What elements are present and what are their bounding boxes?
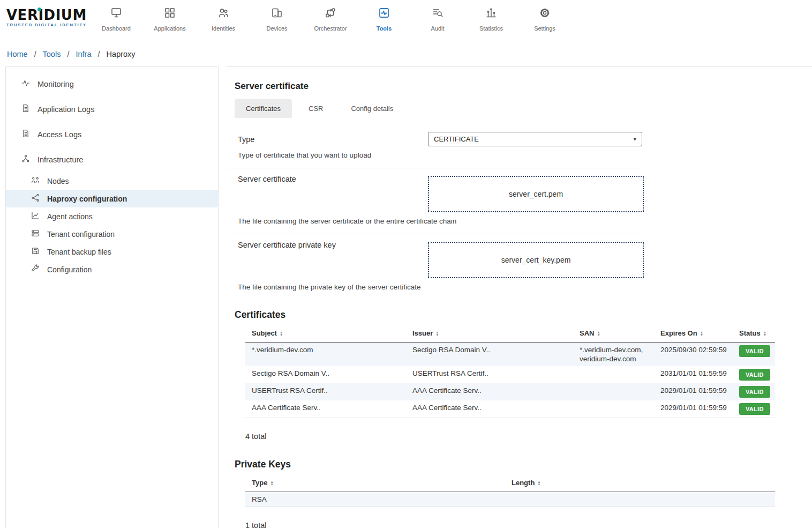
nav-item-identities[interactable]: Identities — [197, 0, 250, 32]
sort-icon: ▲▼ — [597, 331, 600, 336]
network-icon — [21, 154, 31, 165]
nav-label: Tools — [377, 25, 392, 32]
server-certificate-label: Server certificate — [238, 168, 428, 183]
server-list-icon — [31, 228, 40, 240]
status-cell: VALID — [733, 383, 775, 400]
orchestrator-flow-icon — [324, 6, 337, 21]
nav-item-statistics[interactable]: Statistics — [464, 0, 518, 32]
applications-grid-icon — [163, 6, 176, 21]
sidebar-item-configuration[interactable]: Configuration — [6, 261, 218, 278]
certificates-table-body: *.veridium-dev.comSectigo RSA Domain V..… — [245, 343, 775, 418]
document-icon — [21, 103, 31, 115]
tools-pulse-icon — [378, 6, 390, 21]
sidebar-item-monitoring[interactable]: Monitoring — [6, 71, 218, 96]
haproxy-share-icon — [31, 193, 40, 204]
certificate-type-select[interactable]: CERTIFICATE ▾ — [428, 132, 642, 146]
column-header-expires-on[interactable]: Expires On▲▼ — [654, 329, 733, 337]
subject-cell: USERTrust RSA Certif.. — [245, 383, 406, 400]
column-header-type[interactable]: Type▲▼ — [245, 479, 505, 487]
tab-config-details[interactable]: Config details — [340, 99, 404, 118]
subject-cell: AAA Certificate Serv.. — [245, 400, 406, 418]
sidebar-item-label: Tenant backup files — [47, 248, 111, 256]
sidebar-item-agent-actions[interactable]: Agent actions — [6, 207, 218, 225]
sidebar-item-access-logs[interactable]: Access Logs — [6, 122, 218, 147]
chevron-down-icon: ▾ — [633, 136, 636, 143]
breadcrumb-infra[interactable]: Infra — [76, 50, 91, 58]
sort-icon: ▲▼ — [763, 331, 766, 336]
column-header-san[interactable]: SAN▲▼ — [573, 329, 654, 337]
column-header-subject[interactable]: Subject▲▼ — [245, 329, 406, 337]
sidebar-item-infrastructure[interactable]: Infrastructure — [6, 147, 218, 172]
column-header-status[interactable]: Status▲▼ — [733, 329, 775, 337]
breadcrumb-tools[interactable]: Tools — [43, 50, 61, 58]
breadcrumb-home[interactable]: Home — [7, 50, 28, 58]
document-icon — [21, 129, 31, 140]
subject-cell: Sectigo RSA Domain V.. — [245, 366, 406, 383]
sidebar-item-application-logs[interactable]: Application Logs — [6, 96, 218, 122]
tab-certificates[interactable]: Certificates — [235, 99, 292, 118]
sidebar-item-tenant-configuration[interactable]: Tenant configuration — [6, 225, 218, 243]
sidebar-item-haproxy-configuration[interactable]: Haproxy configuration — [6, 190, 218, 207]
issuer-cell: AAA Certificate Serv.. — [406, 383, 573, 400]
nodes-icon — [31, 175, 40, 187]
certificate-row: *.veridium-dev.comSectigo RSA Domain V..… — [245, 343, 775, 366]
nav-item-orchestrator[interactable]: Orchestrator — [304, 0, 357, 32]
sidebar-item-nodes[interactable]: Nodes — [6, 172, 218, 190]
column-header-issuer[interactable]: Issuer▲▼ — [406, 329, 573, 337]
status-cell: VALID — [733, 343, 775, 366]
certificates-table: Subject▲▼ Issuer▲▼ SAN▲▼ Expires On▲▼ St… — [245, 325, 775, 418]
nav-item-audit[interactable]: Audit — [411, 0, 464, 32]
sidebar: Monitoring Application Logs Access Logs … — [5, 66, 219, 528]
nav-label: Dashboard — [102, 25, 131, 32]
nav-label: Orchestrator — [314, 25, 347, 32]
breadcrumb: Home / Tools / Infra / Haproxy — [0, 40, 812, 66]
page-title: Server certificate — [235, 81, 812, 92]
server-certificate-filename: server_cert.pem — [509, 190, 563, 198]
tab-csr[interactable]: CSR — [297, 99, 334, 118]
nav-label: Settings — [534, 25, 555, 32]
tab-bar: Certificates CSR Config details — [235, 99, 812, 118]
private-keys-table: Type▲▼ Length▲▼ RSA — [245, 474, 775, 507]
nav-item-devices[interactable]: Devices — [250, 0, 304, 32]
type-label: Type — [238, 135, 428, 144]
private-key-filename: server_cert_key.pem — [501, 256, 571, 264]
breadcrumb-separator: / — [67, 50, 69, 58]
main-nav: Dashboard Applications Identities Device… — [89, 0, 572, 32]
expires-on-cell: 2029/01/01 01:59:59 — [654, 400, 733, 418]
sidebar-item-tenant-backup-files[interactable]: Tenant backup files — [6, 243, 218, 261]
main-content: Server certificate Certificates CSR Conf… — [227, 66, 812, 528]
breadcrumb-separator: / — [34, 50, 36, 58]
sidebar-item-label: Infrastructure — [37, 155, 83, 164]
sort-icon: ▲▼ — [280, 331, 283, 336]
sidebar-item-label: Haproxy configuration — [47, 195, 127, 203]
certificates-table-header: Subject▲▼ Issuer▲▼ SAN▲▼ Expires On▲▼ St… — [245, 325, 775, 343]
brand-tagline: TRUSTED DIGITAL IDENTITY — [6, 23, 89, 27]
nav-label: Devices — [266, 25, 287, 32]
server-certificate-dropzone[interactable]: server_cert.pem — [428, 176, 644, 212]
veridium-logo[interactable]: VERIDIUM TRUSTED DIGITAL IDENTITY — [0, 0, 89, 27]
nav-item-dashboard[interactable]: Dashboard — [89, 0, 143, 32]
private-key-help-text: The file containing the private key of t… — [238, 283, 812, 291]
private-keys-table-header: Type▲▼ Length▲▼ — [245, 474, 775, 492]
sort-icon: ▲▼ — [700, 331, 703, 336]
nav-label: Statistics — [479, 25, 503, 32]
nav-item-tools[interactable]: Tools — [357, 0, 411, 32]
column-header-length[interactable]: Length▲▼ — [505, 479, 775, 487]
nav-item-applications[interactable]: Applications — [143, 0, 197, 32]
san-cell — [573, 383, 654, 400]
audit-search-icon — [431, 6, 444, 21]
private-key-row: RSA — [245, 492, 775, 507]
type-cell: RSA — [245, 492, 505, 507]
wrench-icon — [31, 264, 40, 275]
type-help-text: Type of certificate that you want to upl… — [238, 151, 812, 159]
sidebar-item-label: Nodes — [47, 177, 69, 185]
sidebar-item-label: Application Logs — [37, 105, 94, 114]
breadcrumb-separator: / — [98, 50, 100, 58]
nav-item-settings[interactable]: Settings — [518, 0, 572, 32]
issuer-cell: USERTrust RSA Certif.. — [406, 366, 573, 383]
status-badge: VALID — [739, 369, 770, 381]
dashboard-monitor-icon — [110, 6, 123, 21]
monitoring-pulse-icon — [21, 78, 31, 90]
devices-icon — [270, 6, 283, 21]
private-key-dropzone[interactable]: server_cert_key.pem — [428, 242, 644, 278]
